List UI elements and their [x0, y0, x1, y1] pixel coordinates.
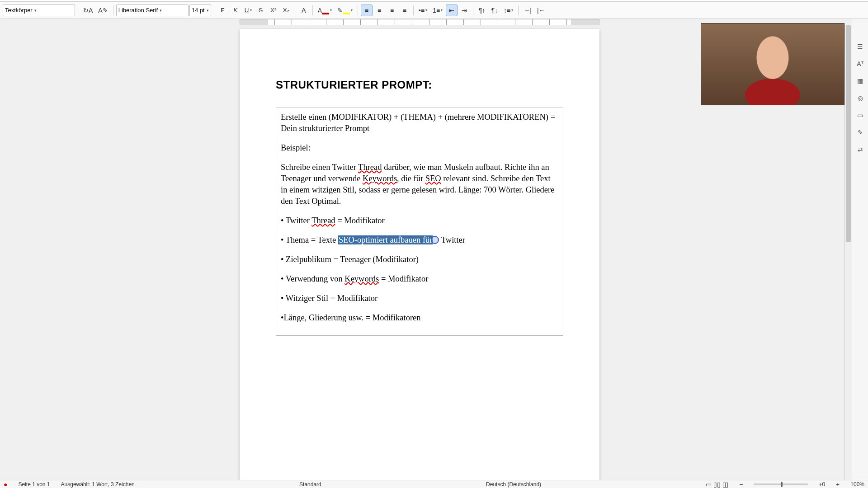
horizontal-ruler[interactable]	[240, 19, 599, 25]
underline-button[interactable]: U▾	[242, 5, 254, 16]
decrease-indent-button[interactable]: |←	[535, 5, 547, 16]
status-selection: Ausgewählt: 1 Wort, 3 Zeichen	[61, 481, 135, 488]
formatting-toolbar: Textkörper ▾ ↻A A✎ Liberation Serif ▾ 14…	[0, 2, 868, 19]
superscript-label: X²	[270, 7, 276, 14]
increase-spacing-button[interactable]: ¶↑	[476, 5, 488, 16]
toolbar-separator	[295, 5, 295, 15]
toolbar-separator	[78, 5, 78, 15]
toolbar-separator	[312, 5, 313, 15]
gallery-panel-button[interactable]: ▦	[854, 75, 866, 87]
zoom-out-button[interactable]: −	[739, 481, 743, 488]
document-heading[interactable]: STRUKTURIERTER PROMPT:	[276, 79, 563, 91]
toolbar-separator	[113, 5, 113, 15]
highlight-color-button[interactable]: ✎▾	[335, 5, 355, 16]
example-body[interactable]: Schreibe einen Twitter Thread darüber, w…	[281, 162, 558, 207]
text-run: Schreibe einen Twitter	[281, 163, 358, 172]
font-size-value: 14 pt	[192, 7, 205, 14]
spellcheck-thread: Thread	[358, 163, 382, 172]
align-justify-button[interactable]: ≡	[399, 5, 410, 16]
scroll-thumb[interactable]	[846, 25, 851, 242]
bullet-3[interactable]: • Zielpublikum = Teenager (Modifikator)	[281, 254, 558, 265]
styles-panel-button[interactable]: Aᵀ	[854, 58, 866, 70]
subscript-button[interactable]: X₂	[280, 5, 292, 16]
manage-changes-button[interactable]: ⇄	[854, 144, 866, 155]
indent-dec-icon: |←	[537, 7, 545, 14]
refresh-icon: ↻A	[83, 7, 93, 14]
clear-formatting-button[interactable]: A̶	[298, 5, 310, 16]
strike-label: S	[259, 7, 263, 14]
font-color-icon: A	[318, 7, 322, 14]
inspector-icon: ✎	[858, 129, 863, 136]
italic-label: K	[233, 7, 237, 14]
bullet-1[interactable]: • Twitter Thread = Modifikator	[281, 215, 558, 226]
update-style-button[interactable]: ↻A	[81, 5, 95, 16]
status-zoom[interactable]: 100%	[850, 481, 864, 488]
text-run: • Twitter	[281, 216, 311, 225]
example-label[interactable]: Beispiel:	[281, 142, 558, 154]
page-panel-button[interactable]: ▭	[854, 109, 866, 121]
align-center-button[interactable]: ≡	[373, 5, 385, 16]
para-spacing-dec-icon: ¶↓	[491, 7, 498, 14]
line-spacing-button[interactable]: ↕≡▾	[501, 5, 515, 16]
eraser-icon: A̶	[302, 7, 306, 14]
bold-label: F	[221, 7, 225, 14]
align-right-button[interactable]: ≡	[386, 5, 398, 16]
style-plus-icon: A✎	[98, 7, 108, 14]
font-size-select[interactable]: 14 pt ▾	[189, 5, 211, 16]
bullet-4[interactable]: • Verwendung von Keywords = Modifikator	[281, 273, 558, 285]
vertical-scrollbar[interactable]	[844, 25, 852, 480]
italic-button[interactable]: K	[230, 5, 241, 16]
number-list-icon: 1≡	[433, 7, 440, 14]
decrease-spacing-button[interactable]: ¶↓	[489, 5, 500, 16]
indent-button[interactable]: ⇥	[458, 5, 470, 16]
zoom-in-button[interactable]: +	[836, 481, 840, 488]
align-left-button[interactable]: ≡	[361, 5, 373, 16]
chevron-down-icon: ▾	[441, 8, 443, 12]
inspector-panel-button[interactable]: ✎	[854, 127, 866, 138]
view-mode-icons[interactable]: ▭ ▯▯ ◫	[706, 481, 728, 488]
document-page[interactable]: STRUKTURIERTER PROMPT: Erstelle einen (M…	[240, 29, 599, 480]
bullet-2[interactable]: • Thema = Texte SEO-optimiert aufbauen f…	[281, 235, 558, 246]
navigator-panel-button[interactable]: ◎	[854, 92, 866, 104]
bullet-list-button[interactable]: •≡▾	[416, 5, 429, 16]
font-name-select[interactable]: Liberation Serif ▾	[116, 5, 189, 16]
intro-paragraph[interactable]: Erstelle einen (MODIFIKATOR) + (THEMA) +…	[281, 112, 558, 134]
strike-button[interactable]: S	[255, 5, 267, 16]
highlight-swatch	[343, 13, 350, 14]
status-page-style[interactable]: Standard	[299, 481, 321, 488]
save-indicator-icon: ●	[4, 481, 7, 488]
superscript-button[interactable]: X²	[268, 5, 279, 16]
indent-inc-icon: →|	[524, 7, 532, 14]
chevron-down-icon: ▾	[425, 8, 427, 12]
outdent-button[interactable]: ⇤	[446, 5, 458, 16]
bold-button[interactable]: F	[217, 5, 229, 16]
sidebar-deck: ☰ Aᵀ ▦ ◎ ▭ ✎ ⇄	[852, 19, 868, 480]
number-list-button[interactable]: 1≡▾	[430, 5, 445, 16]
text-run: = Modifikator	[335, 216, 385, 225]
navigator-icon: ◎	[858, 95, 863, 101]
text-frame[interactable]: Erstelle einen (MODIFIKATOR) + (THEMA) +…	[276, 108, 563, 336]
text-run: , die für	[397, 174, 425, 183]
increase-indent-button[interactable]: →|	[521, 5, 534, 16]
font-color-button[interactable]: A▾	[316, 5, 334, 16]
bullet-5[interactable]: • Witziger Stil = Modifikator	[281, 293, 558, 304]
text-run: Twitter	[439, 235, 465, 244]
paragraph-style-select[interactable]: Textkörper ▾	[3, 5, 75, 16]
font-color-swatch	[322, 13, 329, 14]
paragraph-style-value: Textkörper	[5, 7, 33, 14]
text-run: • Thema = Texte	[281, 235, 338, 244]
zoom-thumb[interactable]	[781, 482, 783, 487]
font-name-value: Liberation Serif	[118, 7, 158, 14]
mouse-cursor-icon	[431, 236, 439, 244]
gallery-icon: ▦	[857, 78, 863, 84]
status-page[interactable]: Seite 1 von 1	[18, 481, 50, 488]
chevron-down-icon: ▾	[330, 8, 332, 12]
bullet-6[interactable]: •Länge, Gliederung usw. = Modifikatoren	[281, 312, 558, 324]
chevron-down-icon: ▾	[207, 8, 209, 13]
new-style-button[interactable]: A✎	[96, 5, 110, 16]
text-run: • Verwendung von	[281, 274, 344, 283]
zoom-slider[interactable]	[754, 483, 808, 485]
toolbar-separator	[473, 5, 473, 15]
status-language[interactable]: Deutsch (Deutschland)	[486, 481, 541, 488]
properties-panel-button[interactable]: ☰	[854, 41, 866, 52]
